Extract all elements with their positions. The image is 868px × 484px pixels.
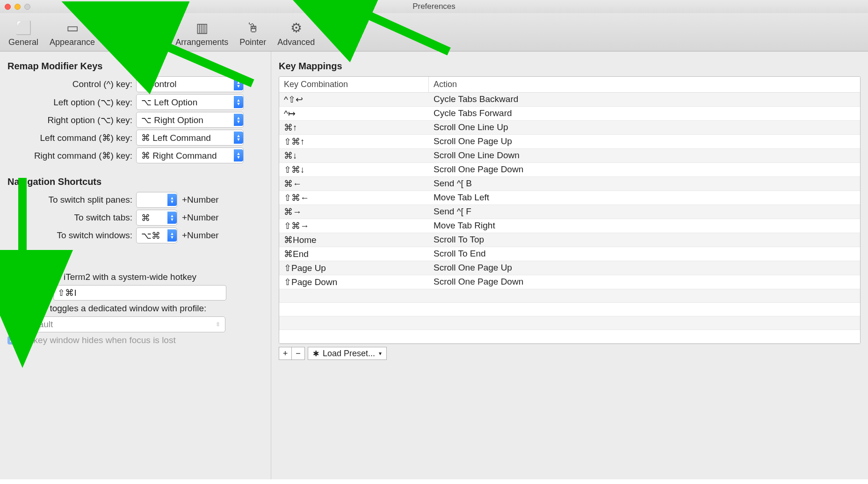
nav-suffix: +Number [182,195,219,205]
nav-select-2[interactable]: ⌥⌘ ▲▼ [136,227,177,243]
table-row[interactable]: ⇧⌘↓ Scroll One Page Down [279,163,860,177]
remap-label: Left option (⌥) key: [7,97,136,108]
gear-icon: ✱ [313,349,319,358]
show-hotkey-checkbox[interactable]: ✓ [7,273,16,281]
mappings-heading: Key Mappings [279,61,861,72]
table-row[interactable]: ⌘→ Send ^[ F [279,205,860,219]
cell-combo: ⌘↓ [279,149,429,162]
dedicated-window-checkbox[interactable] [7,304,16,313]
cell-combo: ^⇧↩ [279,93,429,106]
table-row[interactable]: ⇧⌘→ Move Tab Right [279,219,860,233]
hides-on-lose-focus-checkbox: ✓ [7,336,16,345]
table-row-empty [279,289,860,303]
cell-action: Scroll One Page Up [429,261,517,275]
table-row[interactable]: ⌘Home Scroll To Top [279,233,860,247]
toolbar-tab-appearance[interactable]: ▭Appearance [45,16,100,51]
toolbar-tab-label: Profiles [106,37,134,47]
table-row[interactable]: ^⇧↩ Cycle Tabs Backward [279,93,860,107]
cell-combo: ⌘← [279,177,429,191]
remap-select-value: ⌥ Left Option [141,97,197,108]
show-hotkey-label: Show/hide iTerm2 with a system-wide hotk… [20,272,196,282]
table-row-empty [279,303,860,316]
table-row[interactable]: ⌘↓ Scroll One Line Down [279,149,860,163]
select-arrows-icon: ▲▼ [234,96,243,108]
table-row[interactable]: ⌘↑ Scroll One Line Up [279,121,860,135]
dedicated-window-label: Hotkey toggles a dedicated window with p… [20,303,206,314]
table-row[interactable]: ⌘End Scroll To End [279,247,860,261]
arrangements-icon: ▥ [192,18,212,37]
cell-combo: ^↦ [279,107,429,120]
load-preset-button[interactable]: ✱ Load Preset... ▾ [308,347,387,360]
nav-select-1[interactable]: ⌘ ▲▼ [136,210,177,226]
remap-label: Left command (⌘) key: [7,132,136,143]
appearance-icon: ▭ [63,18,82,37]
table-row[interactable]: ^↦ Cycle Tabs Forward [279,107,860,121]
profiles-icon: 👤 [110,18,130,37]
keys-icon: ⌘ [146,18,164,36]
nav-label: To switch tabs: [7,213,136,223]
cell-combo: ⇧Page Up [279,261,429,275]
remap-select-4[interactable]: ⌘ Right Command ▲▼ [136,147,244,163]
remap-select-3[interactable]: ⌘ Left Command ▲▼ [136,130,244,146]
table-row[interactable]: ⇧⌘← Move Tab Left [279,191,860,205]
select-arrows-icon: ▲▼ [167,229,177,242]
add-mapping-button[interactable]: + [279,347,292,360]
toolbar-tab-label: Keys [145,36,164,45]
cell-action: Cycle Tabs Forward [429,107,517,120]
chevron-down-icon: ▾ [379,350,382,357]
col-action[interactable]: Action [429,77,462,92]
toolbar-tab-label: Advanced [277,37,315,47]
toolbar-tab-label: Pointer [239,37,266,47]
remap-select-value: ^ Control [141,79,176,89]
cell-combo: ⇧⌘→ [279,219,429,233]
mappings-table[interactable]: Key Combination Action ^⇧↩ Cycle Tabs Ba… [279,76,861,344]
remap-select-0[interactable]: ^ Control ▲▼ [136,76,244,92]
table-row[interactable]: ⌘← Send ^[ B [279,177,860,191]
zoom-icon [24,4,30,10]
select-arrows-icon: ▲▼ [234,149,243,161]
remap-label: Right option (⌥) key: [7,115,136,125]
advanced-icon: ⚙ [286,18,306,37]
window-title: Preferences [412,2,456,11]
general-icon: ⬜ [14,18,33,37]
nav-suffix: +Number [182,230,219,241]
nav-label: To switch windows: [7,230,136,241]
hotkey-heading: Hotkey [7,257,263,267]
toolbar-tab-general[interactable]: ⬜General [4,16,43,51]
remap-select-value: ⌥ Right Option [141,115,203,125]
cell-action: Scroll One Line Down [429,149,524,162]
cell-action: Scroll One Line Up [429,121,513,134]
hotkey-input[interactable]: ⇧⌘I [53,285,226,301]
toolbar-tab-pointer[interactable]: 🖱Pointer [235,16,271,51]
cell-combo: ⇧⌘↑ [279,135,429,148]
close-icon[interactable] [5,4,11,10]
cell-action: Scroll One Page Down [429,163,528,176]
table-row[interactable]: ⇧⌘↑ Scroll One Page Up [279,135,860,149]
remap-select-1[interactable]: ⌥ Left Option ▲▼ [136,94,244,110]
table-row[interactable]: ⇧Page Up Scroll One Page Up [279,261,860,275]
pointer-icon: 🖱 [243,18,263,37]
cell-combo: ⇧⌘↓ [279,163,429,176]
minimize-icon[interactable] [14,4,21,10]
traffic-lights [5,4,30,10]
remove-mapping-button[interactable]: − [292,347,305,360]
toolbar-tab-profiles[interactable]: 👤Profiles [101,16,139,51]
cell-combo: ⌘End [279,247,429,261]
cell-combo: ⌘Home [279,233,429,247]
cell-combo: ⌘↑ [279,121,429,134]
toolbar-tab-advanced[interactable]: ⚙Advanced [273,16,319,51]
cell-action: Scroll One Page Up [429,135,517,148]
profile-select: Default ⇳ [20,316,225,332]
table-row-empty [279,316,860,330]
chevron-up-down-icon: ⇳ [216,321,220,328]
remap-label: Right command (⌘) key: [7,150,136,161]
remap-label: Control (^) key: [7,79,136,89]
remap-select-2[interactable]: ⌥ Right Option ▲▼ [136,112,244,128]
toolbar-tab-keys[interactable]: ⌘Keys [141,16,169,51]
table-row[interactable]: ⇧Page Down Scroll One Page Down [279,275,860,289]
cell-action: Move Tab Left [429,191,494,205]
cell-combo: ⌘→ [279,205,429,219]
nav-select-0[interactable]: ▲▼ [136,192,177,208]
col-key-combination[interactable]: Key Combination [279,77,429,92]
toolbar-tab-arrangements[interactable]: ▥Arrangements [171,16,233,51]
